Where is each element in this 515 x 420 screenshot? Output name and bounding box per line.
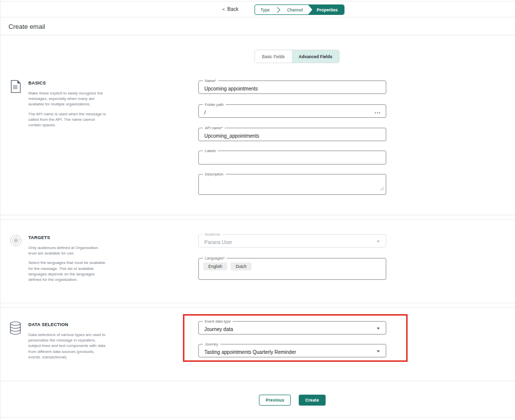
basic-fields-tab[interactable]: Basic Fields (255, 50, 292, 63)
step-channel[interactable]: Channel (281, 5, 308, 14)
basics-paragraph: Make these explicit to easily recognize … (28, 90, 107, 107)
name-input[interactable]: Name* Upcoming appointments (198, 81, 386, 94)
back-label: Back (227, 6, 238, 12)
folder-path-input[interactable]: Folder path / ... (198, 104, 386, 118)
resize-handle-icon[interactable] (380, 184, 384, 193)
journey-select[interactable]: Journey Tasting appointments Quarterly R… (198, 344, 386, 357)
basic-fields-label: Basic Fields (262, 54, 285, 59)
journey-label: Journey (203, 342, 220, 346)
dropdown-arrow-icon (377, 241, 380, 243)
footer-buttons: Previous Create (198, 395, 386, 406)
step-type[interactable]: Type (255, 5, 275, 14)
topbar: < Back Type Channel Properties (0, 1, 515, 17)
folder-path-label: Folder path (203, 102, 226, 107)
api-name-label: API name* (203, 126, 225, 130)
create-email-page: < Back Type Channel Properties Create em… (0, 0, 515, 420)
language-chips: English Dutch (199, 258, 386, 270)
section-targets: TARGETS Only audiences defined at Organi… (0, 219, 515, 303)
audience-select: Audience Parana User (198, 234, 386, 248)
journey-value: Tasting appointments Quarterly Reminder (199, 344, 386, 355)
previous-button[interactable]: Previous (259, 395, 291, 406)
targets-paragraph: Only audiences defined at Organization l… (28, 245, 107, 256)
database-icon (9, 321, 23, 364)
name-input-label: Name* (203, 79, 218, 83)
labels-input-value (199, 151, 386, 156)
event-data-type-select[interactable]: Event data type Journey data (198, 321, 386, 335)
dropdown-arrow-icon (377, 350, 380, 352)
page-header: Create email (0, 18, 515, 35)
dropdown-arrow-icon (377, 328, 380, 330)
document-icon (9, 79, 23, 132)
wizard-stepper: Type Channel Properties (255, 4, 344, 15)
footer: Previous Create (0, 382, 515, 418)
api-name-input[interactable]: API name* Upcoming_appointments (198, 128, 386, 141)
section-data-selection: DATA SELECTION Data selections of variou… (0, 307, 515, 381)
section-basics: Basic Fields Advanced Fields BASICS Make… (0, 35, 515, 215)
data-selection-paragraph: Data selections of various types are use… (28, 332, 107, 360)
audience-value: Parana User (199, 235, 386, 245)
basics-title: BASICS (28, 81, 107, 85)
folder-browse-button[interactable]: ... (375, 108, 381, 114)
api-name-value: Upcoming_appointments (199, 128, 386, 139)
folder-path-value: / (199, 105, 386, 115)
data-selection-info: DATA SELECTION Data selections of variou… (9, 321, 107, 364)
language-chip-dutch[interactable]: Dutch (231, 262, 252, 270)
labels-input-label: Labels (203, 149, 218, 153)
step-properties[interactable]: Properties (308, 5, 344, 14)
description-textarea[interactable]: Description (198, 174, 386, 195)
back-chevron-icon: < (222, 7, 225, 12)
audience-label: Audience (203, 232, 222, 237)
chevron-right-icon (275, 5, 281, 14)
advanced-fields-label: Advanced Fields (299, 54, 333, 59)
labels-input[interactable]: Labels (198, 151, 386, 165)
targets-paragraph: Select the languages that must be availa… (28, 260, 107, 282)
description-value (199, 174, 386, 179)
create-button[interactable]: Create (299, 395, 326, 406)
page-title: Create email (8, 23, 45, 30)
fields-toggle: Basic Fields Advanced Fields (255, 50, 340, 63)
languages-label: Languages* (203, 256, 227, 260)
data-selection-title: DATA SELECTION (28, 322, 107, 327)
advanced-fields-tab[interactable]: Advanced Fields (292, 50, 340, 63)
target-icon (9, 234, 23, 286)
language-chip-english[interactable]: English (203, 262, 227, 270)
languages-input[interactable]: Languages* English Dutch (198, 258, 386, 280)
description-label: Description (203, 172, 226, 176)
basics-paragraph: The API name is used when the message is… (28, 111, 107, 128)
back-button[interactable]: < Back (222, 1, 239, 17)
name-input-value: Upcoming appointments (199, 81, 386, 91)
step-type-label: Type (260, 7, 269, 12)
event-data-type-label: Event data type (203, 319, 233, 324)
targets-title: TARGETS (28, 235, 107, 240)
step-channel-label: Channel (287, 7, 303, 12)
basics-info: BASICS Make these explicit to easily rec… (9, 79, 107, 132)
step-properties-label: Properties (317, 7, 338, 12)
targets-info: TARGETS Only audiences defined at Organi… (9, 234, 107, 286)
